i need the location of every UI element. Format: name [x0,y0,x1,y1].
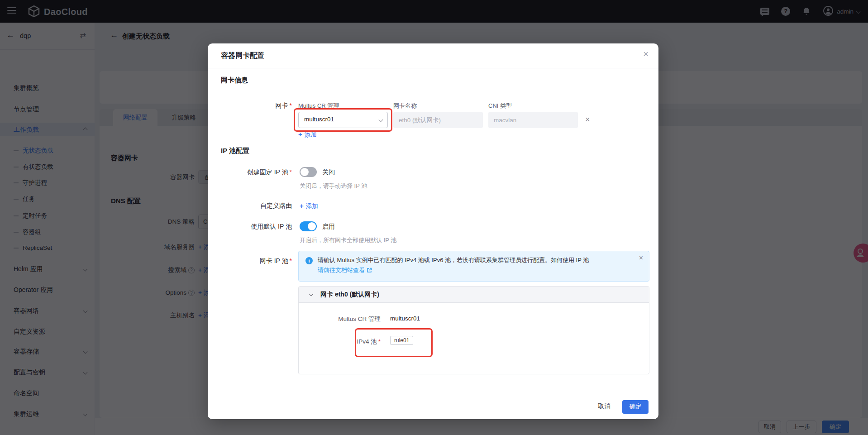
toggle-knob [300,168,309,176]
multus-cr-select-value: multuscr01 [304,116,334,123]
default-pool-toggle[interactable] [300,221,317,231]
screen: DaoCloud ? admin ← dqp ⇄ 集群概览节点管理工作负载无状态… [0,0,868,435]
plus-icon: + [298,130,302,138]
nic-row-label: 网卡* [208,102,292,110]
panel-ipv4-label: IPv4 池* [299,338,381,346]
nic-name-input [393,112,483,128]
fixed-pool-helper: 关闭后，请手动选择 IP 池 [300,182,367,190]
modal-close-icon[interactable]: × [643,49,649,59]
alert-text: 请确认 Multus 实例中已有匹配的 IPv4 池或 IPv6 池，若没有请联… [318,256,629,265]
add-custom-route-link[interactable]: +添加 [300,202,318,210]
required-asterisk: * [290,102,292,109]
add-nic-link[interactable]: +添加 [298,130,317,139]
required-asterisk: * [290,168,292,176]
panel-multus-label: Multus CR 管理 [299,315,381,323]
field-label-multus-cr: Multus CR 管理 [298,102,339,110]
ipv4-pool-tag: rule01 [390,336,413,345]
plus-icon: + [300,202,304,210]
info-icon: i [305,257,313,264]
custom-route-label: 自定义路由 [208,202,292,210]
modal-section-ip-pool: IP 池配置 [221,147,249,155]
alert-close-icon[interactable]: × [639,254,643,262]
nic-eth0-panel: 网卡 eth0 (默认网卡) Multus CR 管理 multuscr01 I… [298,286,649,374]
toggle-knob [308,222,316,230]
modal-header-divider [208,68,658,68]
nic-ip-pool-label: 网卡 IP 池* [208,257,292,265]
modal-title: 容器网卡配置 [221,51,264,61]
fixed-pool-label: 创建固定 IP 池* [208,168,292,177]
panel-multus-value: multuscr01 [390,315,420,322]
docs-link[interactable]: 请前往文档站查看 [318,266,372,274]
nic-eth0-panel-header[interactable]: 网卡 eth0 (默认网卡) [299,287,649,303]
required-asterisk: * [378,338,381,345]
nic-config-modal: 容器网卡配置 × 网卡信息 网卡* Multus CR 管理 网卡名称 CNI … [208,43,658,419]
ip-pool-info-alert: i 请确认 Multus 实例中已有匹配的 IPv4 池或 IPv6 池，若没有… [298,251,649,282]
field-label-nic-name: 网卡名称 [393,102,417,110]
multus-cr-select[interactable]: multuscr01 [298,112,388,128]
default-pool-state: 启用 [322,223,335,231]
fixed-pool-toggle[interactable] [300,167,317,177]
remove-nic-icon[interactable]: × [585,115,590,124]
collapse-chevron-icon [309,292,314,296]
modal-cancel-button[interactable]: 取消 [592,400,616,414]
cni-type-input [488,112,578,128]
default-pool-helper: 开启后，所有网卡全部使用默认 IP 池 [300,236,396,244]
nic-eth0-panel-title: 网卡 eth0 (默认网卡) [320,291,379,299]
default-pool-label: 使用默认 IP 池 [208,223,292,231]
external-link-icon [367,268,372,274]
fixed-pool-state: 关闭 [322,168,335,177]
field-label-cni-type: CNI 类型 [488,102,512,110]
select-chevron-down-icon [379,118,383,122]
modal-section-nic-info: 网卡信息 [221,76,248,85]
modal-confirm-button[interactable]: 确定 [622,400,649,414]
required-asterisk: * [290,257,292,264]
